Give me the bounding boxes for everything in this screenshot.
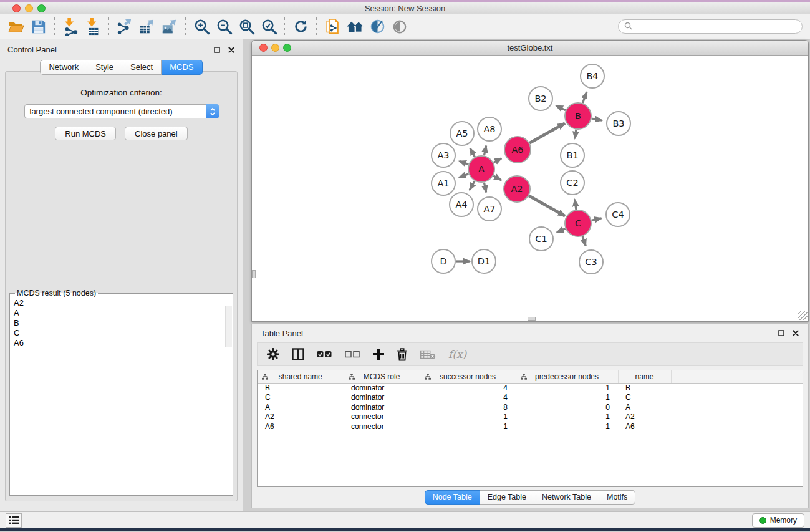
- eye-icon[interactable]: [388, 16, 411, 37]
- delete-column-icon[interactable]: [397, 348, 408, 361]
- network-maximize-button[interactable]: [283, 44, 291, 52]
- graph-node-C2[interactable]: C2: [561, 171, 584, 195]
- graph-edge-C-C3[interactable]: [582, 236, 586, 246]
- clone-network-icon[interactable]: [321, 16, 344, 37]
- mcds-result-item[interactable]: B: [14, 318, 233, 328]
- graph-edge-B-B3[interactable]: [592, 118, 602, 120]
- column-header-successor-nodes[interactable]: successor nodes: [420, 370, 516, 383]
- graph-node-B4[interactable]: B4: [581, 64, 604, 88]
- graph-edge-A-A7[interactable]: [484, 183, 486, 193]
- float-table-panel-icon[interactable]: [778, 329, 785, 337]
- export-image-icon[interactable]: [158, 16, 181, 37]
- graph-node-A2[interactable]: A2: [504, 176, 530, 202]
- network-window-titlebar[interactable]: testGlobe.txt: [252, 41, 808, 56]
- tab-network-table[interactable]: Network Table: [534, 490, 599, 505]
- graph-node-A[interactable]: A: [468, 156, 494, 182]
- graph-edge-A-A2[interactable]: [493, 176, 501, 180]
- graph-edge-B-B2[interactable]: [556, 105, 566, 110]
- close-panel-button[interactable]: Close panel: [125, 127, 188, 140]
- refresh-layout-icon[interactable]: [289, 16, 312, 37]
- add-column-icon[interactable]: [373, 349, 384, 360]
- graph-edge-C-C4[interactable]: [592, 218, 602, 221]
- graph-edge-A6-B[interactable]: [529, 123, 565, 143]
- graph-edge-B-B4[interactable]: [582, 92, 587, 103]
- memory-button[interactable]: Memory: [752, 513, 804, 528]
- table-row[interactable]: A6connector11A6: [258, 422, 803, 432]
- tab-select[interactable]: Select: [122, 60, 162, 75]
- result-scrollbar[interactable]: [225, 306, 232, 347]
- graph-node-B1[interactable]: B1: [561, 143, 584, 167]
- close-window-button[interactable]: [12, 4, 21, 12]
- graph-edge-A-A8[interactable]: [484, 146, 486, 156]
- mcds-result-item[interactable]: C: [14, 328, 233, 338]
- graph-edge-A-A4[interactable]: [470, 181, 475, 190]
- vertical-scroll-thumb[interactable]: [252, 270, 256, 278]
- graph-node-A6[interactable]: A6: [504, 137, 531, 163]
- maximize-window-button[interactable]: [37, 4, 46, 12]
- graph-edge-A-A5[interactable]: [470, 148, 475, 157]
- tab-style[interactable]: Style: [87, 60, 122, 75]
- table-settings-icon[interactable]: [267, 348, 279, 360]
- graph-edge-C-C1[interactable]: [557, 229, 566, 233]
- column-header-MCDS-role[interactable]: MCDS role: [344, 370, 420, 383]
- search-box[interactable]: [618, 19, 803, 34]
- graph-edge-A2-C[interactable]: [529, 196, 565, 216]
- table-row[interactable]: A2connector11A2: [258, 412, 803, 422]
- graph-edge-A-A1[interactable]: [459, 174, 468, 178]
- table-row[interactable]: Bdominator41B: [258, 383, 803, 393]
- zoom-out-icon[interactable]: [213, 16, 235, 37]
- graph-node-D1[interactable]: D1: [472, 249, 496, 273]
- zoom-in-icon[interactable]: [190, 16, 213, 37]
- graph-edge-A-A6[interactable]: [493, 158, 501, 163]
- tab-node-table[interactable]: Node Table: [425, 490, 480, 505]
- mcds-result-item[interactable]: A: [14, 308, 233, 318]
- table-header-row[interactable]: shared nameMCDS rolesuccessor nodesprede…: [258, 370, 803, 383]
- close-table-panel-icon[interactable]: [792, 329, 799, 337]
- graph-edge-A-A3[interactable]: [459, 161, 468, 164]
- network-canvas[interactable]: B4B2BB3A5A8A6A3AB1A1A2C2A4A7C4CC1DD1C3: [252, 56, 808, 321]
- search-input[interactable]: [635, 22, 796, 31]
- graph-edge-C-C2[interactable]: [575, 200, 576, 210]
- tab-motifs[interactable]: Motifs: [599, 490, 635, 505]
- graph-node-A5[interactable]: A5: [450, 122, 474, 145]
- select-all-columns-icon[interactable]: [317, 351, 332, 358]
- graph-node-C4[interactable]: C4: [606, 203, 630, 226]
- graph-node-A7[interactable]: A7: [478, 197, 501, 221]
- resize-grip[interactable]: [798, 311, 808, 320]
- graph-node-B[interactable]: B: [565, 103, 591, 129]
- graph-node-A8[interactable]: A8: [478, 117, 501, 141]
- run-mcds-button[interactable]: Run MCDS: [55, 127, 116, 140]
- export-table-icon[interactable]: [136, 16, 158, 37]
- zoom-selected-icon[interactable]: [258, 16, 280, 37]
- graph-node-B3[interactable]: B3: [607, 112, 630, 135]
- column-header-name[interactable]: name: [618, 370, 671, 383]
- horizontal-scroll-thumb[interactable]: [528, 317, 536, 321]
- mcds-result-item[interactable]: A6: [14, 338, 233, 348]
- titlebar[interactable]: Session: New Session: [0, 2, 810, 14]
- tab-mcds[interactable]: MCDS: [162, 60, 202, 75]
- task-history-button[interactable]: [6, 513, 22, 528]
- home-icon[interactable]: [344, 16, 366, 37]
- toggle-panel-icon[interactable]: [366, 16, 388, 37]
- graph-node-A1[interactable]: A1: [432, 172, 455, 195]
- show-columns-icon[interactable]: [292, 348, 304, 360]
- graph-edge-B-B1[interactable]: [575, 130, 576, 139]
- import-table-icon[interactable]: [82, 16, 104, 37]
- column-header-predecessor-nodes[interactable]: predecessor nodes: [516, 370, 618, 383]
- save-session-icon[interactable]: [27, 16, 50, 37]
- network-close-button[interactable]: [259, 44, 268, 52]
- graph-node-A4[interactable]: A4: [450, 193, 473, 216]
- graph-node-C3[interactable]: C3: [579, 250, 603, 274]
- minimize-window-button[interactable]: [25, 4, 33, 12]
- tab-network[interactable]: Network: [40, 60, 87, 75]
- mcds-result-list[interactable]: A2ABCA6: [14, 298, 233, 348]
- table-row[interactable]: Adominator80A: [258, 403, 803, 413]
- close-panel-icon[interactable]: [228, 46, 235, 54]
- graph-node-B2[interactable]: B2: [529, 87, 552, 110]
- graph-node-A3[interactable]: A3: [432, 143, 455, 167]
- optimization-criterion-select[interactable]: largest connected component (directed): [24, 104, 219, 118]
- network-minimize-button[interactable]: [271, 44, 279, 52]
- deselect-all-columns-icon[interactable]: [345, 351, 360, 358]
- column-header-shared-name[interactable]: shared name: [258, 370, 344, 383]
- open-file-icon[interactable]: [5, 16, 27, 37]
